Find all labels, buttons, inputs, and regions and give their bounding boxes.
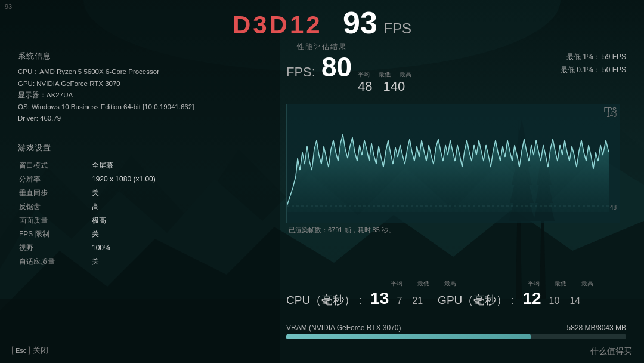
cpu-info: CPU：AMD Ryzen 5 5600X 6-Core Processor: [18, 66, 268, 78]
setting-value: 全屏幕: [92, 159, 267, 172]
low01pct-value: 50 FPS: [602, 66, 626, 74]
setting-label: 反锯齿: [19, 201, 91, 213]
setting-value: 关: [92, 256, 267, 268]
settings-row: 视野100%: [19, 242, 267, 254]
vram-section: VRAM (NVIDIA GeForce RTX 3070) 5828 MB/8…: [286, 324, 626, 339]
low01pct-label: 最低 0.1%：: [561, 66, 600, 74]
game-settings-title: 游戏设置: [18, 143, 268, 153]
gpu-colon: :: [510, 294, 513, 307]
cpu-avg-value: 13: [368, 289, 389, 308]
vram-usage: 5828 MB/8043 MB: [567, 324, 626, 332]
fps-graph: FPS 140 48: [286, 104, 620, 223]
settings-row: 画面质量极高: [19, 214, 267, 227]
api-label: D3D12: [233, 11, 323, 39]
graph-min-label: 48: [610, 204, 617, 211]
fps-avg-value: 80: [321, 51, 352, 83]
cpu-avg-label: 平均: [391, 279, 402, 288]
setting-label: 窗口模式: [19, 159, 91, 172]
setting-value: 100%: [92, 242, 267, 254]
esc-key[interactable]: Esc: [12, 346, 30, 355]
fps-sub-labels: 平均 最低 最高: [358, 70, 411, 79]
vram-bar-background: [286, 334, 626, 339]
main-fps-value: 93: [343, 5, 377, 40]
gpu-timing-label: GPU（毫秒）: [438, 293, 507, 308]
setting-label: FPS 限制: [19, 228, 91, 241]
cpu-max-value: 21: [412, 296, 423, 306]
left-panel: 系统信息 CPU：AMD Ryzen 5 5600X 6-Core Proces…: [18, 51, 268, 269]
gpu-avg-value: 12: [521, 289, 541, 308]
cpu-max-label: 最高: [444, 279, 456, 288]
setting-value: 关: [92, 228, 267, 241]
vram-label-row: VRAM (NVIDIA GeForce RTX 3070) 5828 MB/8…: [286, 324, 626, 332]
driver-info: Driver: 460.79: [18, 113, 268, 125]
close-label: 关闭: [33, 345, 48, 356]
game-settings-section: 游戏设置 窗口模式全屏幕分辨率1920 x 1080 (x1.00)垂直同步关反…: [18, 143, 268, 269]
low1pct-value: 59 FPS: [602, 53, 626, 61]
gpu-min-label: 最低: [555, 279, 566, 288]
os-info: OS: Windows 10 Business Edition 64-bit […: [18, 101, 268, 113]
graph-footer: 已渲染帧数：6791 帧，耗时 85 秒。: [286, 226, 626, 235]
fps-low-pct-stats: 最低 1%： 59 FPS 最低 0.1%： 50 FPS: [561, 51, 626, 76]
gpu-min-value: 10: [549, 296, 560, 306]
fps-stat-label: FPS:: [286, 64, 315, 80]
setting-value: 1920 x 1080 (x1.00): [92, 173, 267, 186]
settings-row: 分辨率1920 x 1080 (x1.00): [19, 173, 267, 186]
topleft-fps: 93: [5, 3, 12, 10]
gpu-info: GPU: NVIDIA GeForce RTX 3070: [18, 78, 268, 90]
settings-row: FPS 限制关: [19, 228, 267, 241]
setting-label: 分辨率: [19, 173, 91, 186]
gpu-max-label: 最高: [581, 279, 593, 288]
settings-table: 窗口模式全屏幕分辨率1920 x 1080 (x1.00)垂直同步关反锯齿高画面…: [18, 158, 268, 269]
gpu-max-value: 14: [569, 296, 580, 306]
header: D3D12 93 FPS 性能评估结果: [0, 0, 644, 52]
monitor-info: 显示器：AK27UA: [18, 90, 268, 101]
setting-label: 视野: [19, 242, 91, 254]
cpu-min-label: 最低: [417, 279, 429, 288]
vram-gpu-label: VRAM (NVIDIA GeForce RTX 3070): [286, 324, 401, 332]
cpu-timing-label: CPU（毫秒）: [286, 293, 355, 308]
bottom-timing-stats: 平均 最低 最高 平均 最低 最高 CPU（毫秒） : 13 7 21 GPU（…: [286, 279, 626, 308]
vram-bar-fill: [286, 334, 531, 339]
cpu-min-value: 7: [397, 296, 402, 306]
system-info-section: 系统信息 CPU：AMD Ryzen 5 5600X 6-Core Proces…: [18, 51, 268, 125]
settings-row: 垂直同步关: [19, 187, 267, 199]
setting-label: 画面质量: [19, 214, 91, 227]
setting-value: 极高: [92, 214, 267, 227]
fps-min-value: 48: [358, 79, 372, 94]
watermark: 什么值得买: [590, 346, 632, 357]
fps-label: FPS: [383, 20, 411, 36]
cpu-colon: :: [358, 294, 361, 307]
setting-value: 关: [92, 187, 267, 199]
setting-label: 自适应质量: [19, 256, 91, 268]
settings-row: 反锯齿高: [19, 201, 267, 213]
settings-row: 窗口模式全屏幕: [19, 159, 267, 172]
setting-value: 高: [92, 201, 267, 213]
low1pct-label: 最低 1%：: [566, 53, 600, 61]
gpu-avg-label: 平均: [528, 279, 540, 288]
settings-row: 自适应质量关: [19, 256, 267, 268]
right-panel: FPS: 80 平均 最低 最高 48 140 最低 1%: [286, 51, 626, 235]
fps-waveform: [287, 104, 609, 223]
esc-close-area[interactable]: Esc 关闭: [12, 345, 48, 356]
fps-max-value: 140: [383, 79, 405, 94]
setting-label: 垂直同步: [19, 187, 91, 199]
sys-info-title: 系统信息: [18, 51, 268, 61]
